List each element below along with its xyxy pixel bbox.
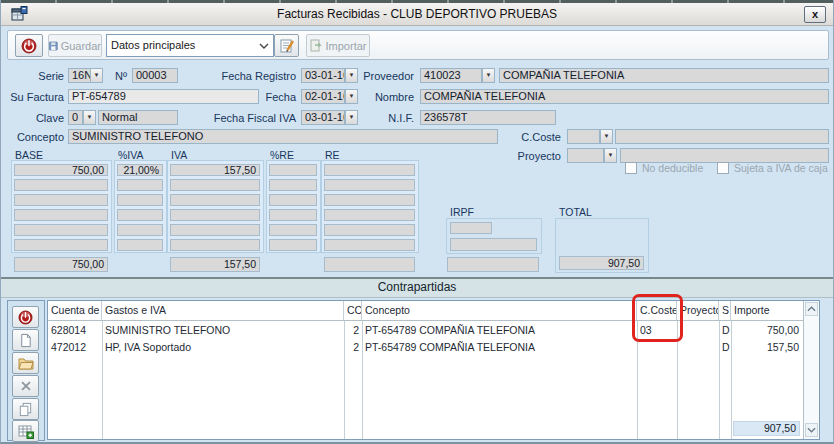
c-coste-name-field[interactable] <box>615 129 829 144</box>
copy-row-button[interactable] <box>12 398 39 420</box>
proyecto-name-field[interactable] <box>620 148 829 163</box>
irpf-base-field[interactable] <box>450 238 537 251</box>
pct-iva-cell[interactable] <box>117 239 163 251</box>
column-header-concepto[interactable]: Concepto <box>362 301 637 320</box>
rows-exit-button[interactable] <box>12 306 39 328</box>
iva-cell[interactable]: 157,50 <box>170 164 260 176</box>
scroll-up-button[interactable] <box>805 302 818 316</box>
pct-re-cell[interactable] <box>269 179 317 191</box>
pct-iva-cell[interactable] <box>117 209 163 221</box>
irpf-pct-field[interactable] <box>450 222 492 234</box>
guardar-button[interactable]: Guardar <box>48 34 102 57</box>
fecha-field[interactable]: 02-01-16 <box>301 89 345 104</box>
column-header-c-coste[interactable]: C.Coste <box>637 301 677 320</box>
delete-row-button[interactable] <box>12 375 39 397</box>
base-total-field: 750,00 <box>14 257 108 272</box>
base-cell[interactable] <box>14 224 108 236</box>
table-scrollbar[interactable] <box>803 301 819 439</box>
pct-re-cell[interactable] <box>269 194 317 206</box>
pct-iva-cell[interactable] <box>117 179 163 191</box>
base-cell[interactable] <box>14 179 108 191</box>
column-header-proyecto[interactable]: Proyecto <box>677 301 719 320</box>
su-factura-field[interactable]: PT-654789 <box>68 89 259 104</box>
fecha-fiscal-iva-dropdown-arrow[interactable]: ▼ <box>345 110 358 125</box>
edit-button[interactable] <box>274 34 299 57</box>
re-cell[interactable] <box>324 224 415 236</box>
cell-proyecto <box>677 323 719 339</box>
nombre-field[interactable]: COMPAÑIA TELEFONIA <box>420 89 829 104</box>
delete-x-icon <box>19 379 33 393</box>
importe-total-field: 907,50 <box>733 421 800 436</box>
table-row[interactable]: 628014 SUMINISTRO TELEFONO 2 PT-654789 C… <box>48 323 803 339</box>
pct-re-cell[interactable] <box>269 239 317 251</box>
re-cell[interactable] <box>324 239 415 251</box>
table-row[interactable]: 472012 HP, IVA Soportado 2 PT-654789 COM… <box>48 340 803 356</box>
pct-re-cell[interactable] <box>269 209 317 221</box>
iva-cell[interactable] <box>170 209 260 221</box>
proyecto-dropdown-arrow[interactable]: ▼ <box>604 148 617 163</box>
pct-iva-cell[interactable] <box>117 224 163 236</box>
column-header-gastos[interactable]: Gastos e IVA <box>102 301 344 320</box>
column-header-s[interactable]: S <box>719 301 731 320</box>
fecha-registro-label: Fecha Registro <box>204 69 296 83</box>
clave-dropdown-arrow[interactable]: ▼ <box>83 110 96 125</box>
cell-proyecto <box>677 340 719 356</box>
base-cell[interactable] <box>14 209 108 221</box>
cell-importe: 750,00 <box>731 323 802 339</box>
proyecto-code-field[interactable] <box>567 148 604 163</box>
contrapartidas-title: Contrapartidas <box>1 279 833 296</box>
scroll-down-button[interactable] <box>805 423 818 437</box>
guardar-label: Guardar <box>61 40 101 52</box>
pct-re-cell[interactable] <box>269 224 317 236</box>
pct-iva-cell[interactable]: 21,00% <box>117 164 163 176</box>
no-deducible-checkbox[interactable] <box>625 162 637 174</box>
nif-label: N.I.F. <box>372 111 414 125</box>
base-cell[interactable]: 750,00 <box>14 164 108 176</box>
export-grid-button[interactable] <box>12 420 39 442</box>
exit-button[interactable] <box>15 34 43 57</box>
view-selector[interactable]: Datos principales <box>106 34 274 57</box>
pct-iva-cell[interactable] <box>117 194 163 206</box>
proveedor-code-field[interactable]: 410023 <box>420 68 482 83</box>
column-header-importe[interactable]: Importe <box>731 301 802 320</box>
c-coste-dropdown-arrow[interactable]: ▼ <box>600 129 613 144</box>
re-cell[interactable] <box>324 209 415 221</box>
importar-button[interactable]: Importar <box>306 34 370 57</box>
re-cell[interactable] <box>324 179 415 191</box>
serie-field[interactable]: 16N <box>68 68 91 83</box>
serie-dropdown-arrow[interactable]: ▼ <box>90 68 103 83</box>
close-button[interactable]: x <box>804 6 826 23</box>
fecha-fiscal-iva-field[interactable]: 03-01-16 <box>301 110 345 125</box>
c-coste-code-field[interactable] <box>567 129 600 144</box>
concepto-field[interactable]: SUMINISTRO TELEFONO <box>68 129 498 144</box>
pct-re-cell[interactable] <box>269 164 317 176</box>
cell-cuenta: 628014 <box>48 323 102 339</box>
column-header-cuenta[interactable]: Cuenta de <box>48 301 102 320</box>
clave-code-field[interactable]: 0 <box>68 110 83 125</box>
clave-desc-field[interactable]: Normal <box>98 110 178 125</box>
iva-cell[interactable] <box>170 224 260 236</box>
column-header-cc[interactable]: CC <box>344 301 362 320</box>
nif-field[interactable]: 236578T <box>420 110 556 125</box>
proveedor-dropdown-arrow[interactable]: ▼ <box>482 68 495 83</box>
iva-cell[interactable] <box>170 239 260 251</box>
re-cell[interactable] <box>324 164 415 176</box>
base-cell[interactable] <box>14 239 108 251</box>
view-selector-value: Datos principales <box>111 39 195 51</box>
iva-cell[interactable] <box>170 179 260 191</box>
iva-cell[interactable] <box>170 194 260 206</box>
sujeta-iva-caja-label: Sujeta a IVA de caja <box>734 162 828 175</box>
irpf-total-field <box>447 257 539 272</box>
main-toolbar: Guardar Datos principales Importar <box>7 30 829 60</box>
new-row-button[interactable] <box>12 329 39 351</box>
su-factura-label: Su Factura <box>4 90 64 104</box>
sujeta-iva-caja-checkbox[interactable] <box>717 162 729 174</box>
fecha-registro-field[interactable]: 03-01-16 <box>301 68 345 83</box>
open-row-button[interactable] <box>12 352 39 374</box>
iva-total-field: 157,50 <box>170 257 260 272</box>
numero-field[interactable]: 00003 <box>132 68 178 83</box>
proveedor-name-field[interactable]: COMPAÑIA TELEFONIA <box>499 68 829 83</box>
base-cell[interactable] <box>14 194 108 206</box>
cell-cc: 2 <box>344 323 362 339</box>
re-cell[interactable] <box>324 194 415 206</box>
